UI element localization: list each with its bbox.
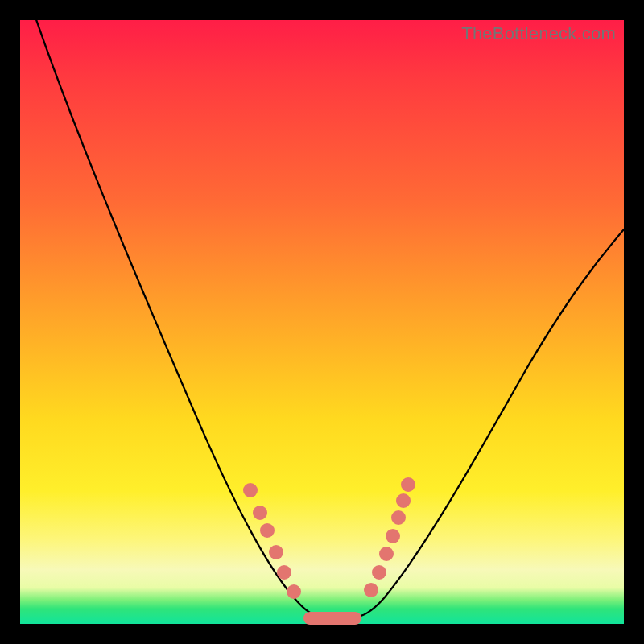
marker-dot — [391, 510, 406, 525]
marker-dot — [277, 565, 291, 580]
marker-dot — [253, 506, 267, 520]
marker-dot — [260, 523, 275, 538]
marker-dot — [386, 529, 400, 543]
bottleneck-curve — [28, 0, 624, 618]
marker-dot — [372, 565, 386, 580]
marker-dot — [396, 493, 411, 508]
marker-pill — [303, 612, 361, 625]
curve-layer — [20, 20, 624, 624]
chart-stage: TheBottleneck.com — [0, 0, 644, 644]
marker-dot — [287, 584, 301, 599]
marker-dot — [364, 583, 378, 597]
marker-dot — [243, 483, 258, 497]
marker-dot — [379, 547, 394, 561]
marker-dot — [269, 545, 283, 559]
marker-dot — [401, 477, 415, 492]
plot-area: TheBottleneck.com — [20, 20, 624, 624]
